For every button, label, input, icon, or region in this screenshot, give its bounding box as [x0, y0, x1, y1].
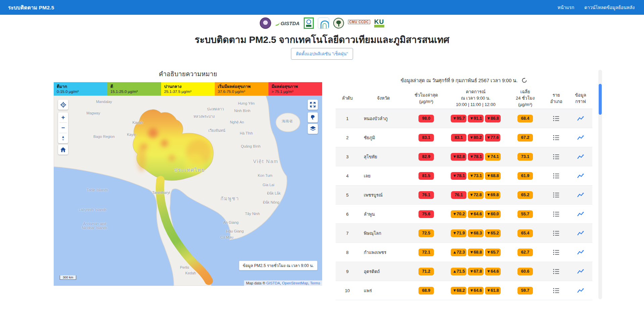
line-chart-icon	[577, 212, 584, 217]
fullscreen-control	[308, 100, 318, 110]
attribution-link-terms[interactable]: Terms	[310, 281, 320, 285]
graph-data-button[interactable]	[569, 193, 592, 198]
map-place-label: ประเทศไทย	[174, 166, 205, 174]
district-list-button[interactable]	[544, 250, 569, 255]
list-icon	[553, 269, 559, 274]
graph-data-button[interactable]	[569, 231, 592, 236]
forecast-badge: ▼64.6	[468, 287, 484, 295]
table-row: 10 แพร่ 68.9 ▼68.2▼64.6▼61.8 59.7	[336, 281, 592, 300]
district-list-button[interactable]	[544, 173, 569, 178]
column-header-5: รายอำเภอ	[544, 92, 569, 105]
forecast-badge: ▼73.1	[468, 172, 484, 180]
pm25-legend-bar: ดีมาก0-15.0 µg/m³ดี15.1-25.0 µg/m³ปานกลา…	[54, 82, 322, 96]
district-list-button[interactable]	[544, 231, 569, 236]
map-place-label: Kon Tum	[258, 173, 273, 177]
province-name: แพร่	[359, 287, 408, 294]
forecast-badge: ▼72.8	[468, 191, 484, 199]
nav-link-1[interactable]: ดาวน์โหลดข้อมูลย้อนหลัง	[584, 4, 635, 11]
latest-hour-badge: 83.1	[418, 134, 434, 142]
line-chart-icon	[577, 173, 584, 178]
graph-data-button[interactable]	[569, 154, 592, 159]
column-header-0: ลำดับ	[336, 95, 359, 102]
attribution-prefix: Map data ®	[246, 281, 265, 285]
map-place-label: Andaman and Nicobar Islands	[80, 222, 110, 230]
scrollbar-thumb[interactable]	[599, 84, 602, 115]
map-place-label: Cà Mau	[220, 235, 234, 239]
graph-data-button[interactable]	[569, 269, 592, 274]
forecast-badge: 83.1	[451, 134, 466, 142]
avg-24h-badge: 60.6	[517, 268, 533, 275]
green-crest-logo	[304, 17, 314, 29]
table-scrollbar[interactable]	[598, 70, 602, 299]
refresh-icon[interactable]	[522, 77, 527, 83]
avg-24h-badge: 65.4	[517, 229, 533, 237]
forecast-badge: ▼74.1	[485, 153, 501, 161]
install-app-button[interactable]: ติดตั้งแอปพลิเคชัน "เช็คฝุ่น"	[291, 48, 353, 60]
graph-data-button[interactable]	[569, 212, 592, 217]
nav-link-0[interactable]: หน้าแรก	[557, 4, 574, 11]
forecast-badge: ▼68.8	[485, 172, 501, 180]
pm25-map[interactable]: MandalayMagwayKayahKayinBago Regionปะเทด…	[54, 96, 322, 286]
district-list-button[interactable]	[544, 288, 569, 293]
table-row: 9 อุตรดิตถ์ 71.2 ▲71.5▼67.8▼64.6 60.6	[336, 262, 592, 281]
list-icon	[553, 116, 559, 121]
layers-control	[308, 124, 318, 134]
locate-control	[58, 100, 68, 110]
map-place-label: Tây Ninh	[245, 212, 260, 216]
map-place-label: ปะเทดลาว	[207, 106, 224, 112]
legend-segment-0: ดีมาก0-15.0 µg/m³	[54, 82, 107, 96]
tree-emblem-logo	[333, 18, 344, 29]
legend-range: 15.1-25.0 µg/m³	[110, 89, 158, 94]
line-chart-icon	[577, 250, 584, 255]
attribution-link-osm[interactable]: OpenStreetMap	[282, 281, 308, 285]
list-icon	[553, 250, 559, 255]
district-list-button[interactable]	[544, 135, 569, 140]
graph-data-button[interactable]	[569, 288, 592, 293]
partner-logos: GISTDA CMU CCDC KU	[0, 17, 644, 30]
forecast-badge: ▼61.8	[485, 287, 501, 295]
table-row: 2 ชัยภูมิ 83.1 83.1▼80.2▼77.6 67.2	[336, 128, 592, 147]
top-navbar: ระบบติดตาม PM2.5 หน้าแรกดาวน์โหลดข้อมูลย…	[0, 0, 644, 15]
province-name: พิษณุโลก	[359, 230, 408, 237]
zoom-slider-icon[interactable]: ▲▼	[58, 133, 68, 143]
table-row: 8 กำแพงเพชร 72.1 ▲72.3▼68.8▼65.7 62.7	[336, 243, 592, 262]
line-chart-icon	[577, 288, 584, 293]
attribution-link-gistda[interactable]: GISTDA	[266, 281, 280, 285]
map-place-label: Magway	[87, 111, 100, 115]
fullscreen-icon[interactable]	[308, 100, 318, 110]
zoom-control: + − ▲▼	[58, 112, 68, 143]
layers-icon[interactable]	[308, 124, 318, 134]
thailand-extent-icon[interactable]	[308, 112, 318, 122]
map-place-label: Kayin	[127, 132, 136, 137]
district-list-button[interactable]	[544, 193, 569, 198]
district-list-button[interactable]	[544, 116, 569, 121]
column-header-3: คาดการณ์ณ เวลา 9:00 น.10:00 | 11:00 | 12…	[445, 89, 507, 108]
zoom-in-icon[interactable]: +	[58, 112, 68, 122]
row-number: 6	[336, 212, 359, 217]
map-place-label: กัมพูชา	[220, 195, 239, 202]
district-list-button[interactable]	[544, 154, 569, 159]
home-icon[interactable]	[58, 145, 68, 155]
app-brand[interactable]: ระบบติดตาม PM2.5	[8, 3, 54, 12]
graph-data-button[interactable]	[569, 116, 592, 121]
avg-24h-badge: 73.1	[517, 153, 533, 161]
row-number: 7	[336, 231, 359, 236]
forecast-badges: ▼71.9▼68.3▼65.2	[445, 229, 507, 237]
graph-data-button[interactable]	[569, 250, 592, 255]
graph-data-button[interactable]	[569, 135, 592, 140]
locate-icon[interactable]	[58, 100, 68, 110]
map-place-label: Kedah	[185, 271, 196, 275]
district-list-button[interactable]	[544, 269, 569, 274]
forecast-badge: ▼91.1	[468, 115, 484, 122]
province-name: กำแพงเพชร	[359, 249, 408, 256]
legend-segment-2: ปานกลาง25.1-37.5 µg/m³	[161, 82, 215, 96]
forecast-badge: ▼78.1	[451, 172, 466, 180]
zoom-out-icon[interactable]: −	[58, 123, 68, 133]
district-list-button[interactable]	[544, 212, 569, 217]
latest-hour-badge: 72.5	[418, 229, 434, 237]
graph-data-button[interactable]	[569, 173, 592, 178]
line-chart-icon	[577, 269, 584, 274]
row-number: 5	[336, 193, 359, 198]
map-place-label: Ninh Bình	[234, 109, 250, 113]
list-icon	[553, 173, 559, 178]
